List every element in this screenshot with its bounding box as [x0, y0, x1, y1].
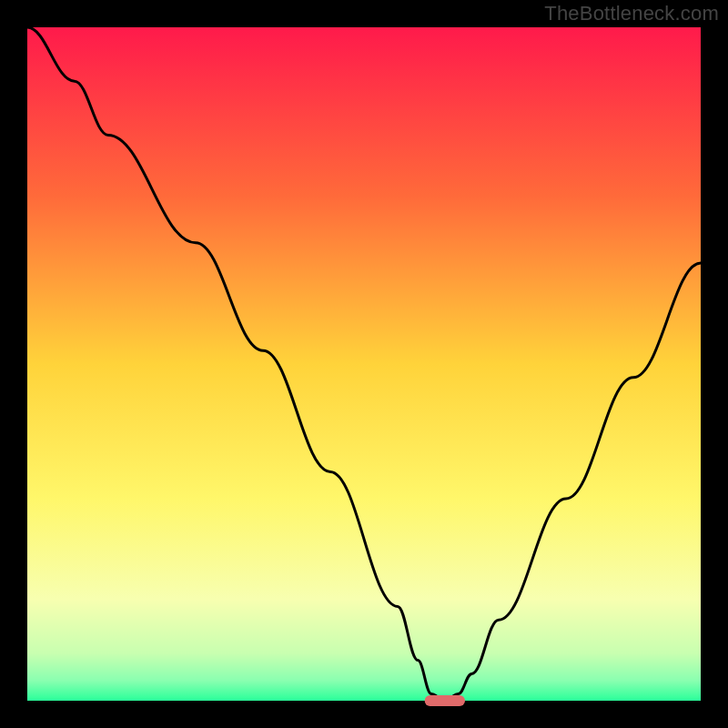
optimal-marker — [425, 695, 465, 706]
bottleneck-chart — [0, 0, 728, 728]
chart-frame: TheBottleneck.com — [0, 0, 728, 728]
plot-background — [27, 27, 701, 701]
attribution-label: TheBottleneck.com — [544, 2, 719, 25]
